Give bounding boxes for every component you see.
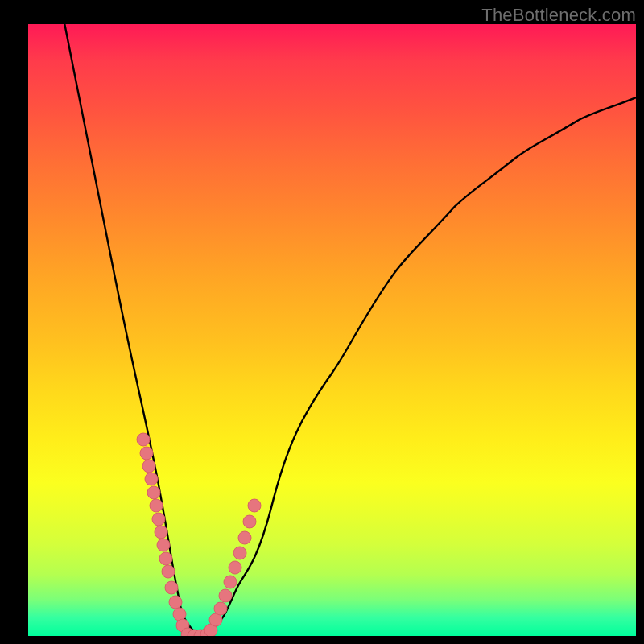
svg-point-21 [214,602,227,615]
svg-point-2 [142,460,155,473]
svg-point-23 [224,576,237,588]
svg-point-12 [169,596,182,609]
svg-point-10 [162,565,175,578]
svg-point-24 [229,561,242,574]
bottleneck-curve [64,24,636,636]
svg-point-4 [147,486,160,499]
svg-point-1 [140,447,153,460]
svg-point-9 [159,552,172,565]
svg-point-28 [248,499,261,512]
plot-area [28,24,636,636]
bottleneck-curve-svg [28,24,636,636]
svg-point-0 [137,433,150,446]
svg-point-5 [150,499,163,512]
svg-point-6 [152,513,165,526]
svg-point-11 [165,581,178,594]
svg-point-25 [233,547,246,559]
svg-point-27 [243,515,256,528]
chart-frame: TheBottleneck.com [0,0,644,644]
svg-point-13 [173,608,186,621]
marker-group [137,433,261,636]
svg-point-22 [219,589,232,602]
svg-point-7 [155,526,167,539]
watermark-text: TheBottleneck.com [481,5,636,26]
svg-point-26 [238,531,251,544]
svg-point-3 [145,473,158,485]
svg-point-8 [157,539,170,551]
